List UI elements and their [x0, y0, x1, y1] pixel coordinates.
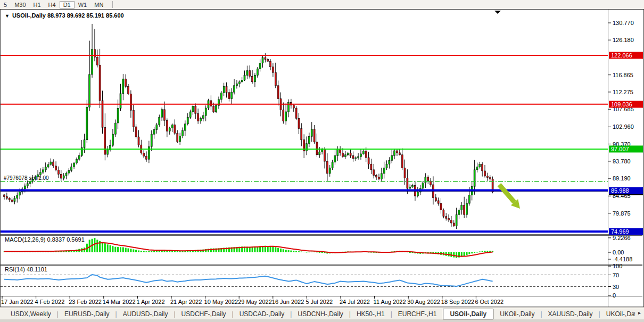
date-axis-label: 24 Jul 2022	[340, 299, 370, 305]
timeframe-button-w1[interactable]: W1	[75, 1, 91, 9]
date-axis-label: 21 Apr 2022	[170, 299, 202, 305]
date-axis-label: 16 Jun 2022	[272, 299, 304, 305]
tab-separator: |	[230, 310, 235, 318]
tab-usdchf-daily[interactable]: USDCHF-,Daily	[177, 310, 230, 318]
price-level-badge: 85.988	[609, 187, 643, 194]
price-axis-label: 130.770	[613, 20, 634, 26]
price-level-badge: 97.007	[609, 146, 643, 153]
tab-usdx-weekly[interactable]: USDX,Weekly	[6, 310, 55, 318]
date-axis-label: 29 May 2022	[238, 299, 272, 305]
tab-separator: |	[55, 310, 60, 318]
date-axis-label: 14 Mar 2022	[103, 299, 136, 305]
tab-usdcnh-daily[interactable]: USDCNH-,Daily	[293, 310, 347, 318]
date-axis-label: 4 Feb 2022	[35, 299, 65, 305]
timeframe-button-d1[interactable]: D1	[60, 1, 75, 9]
tab-hk50-h1[interactable]: HK50-,H1	[352, 310, 389, 318]
price-axis-label: 79.875	[613, 210, 631, 217]
macd-axis-label: -4.4188	[613, 256, 632, 262]
price-axis-label: 93.780	[613, 158, 631, 164]
date-axis-label: 18 Sep 2022	[441, 299, 474, 305]
date-axis-label: 30 Aug 2022	[407, 299, 440, 305]
date-axis-label: 10 May 2022	[204, 299, 238, 305]
timeframe-toolbar: 5M30H1H4D1W1MN	[0, 0, 644, 9]
date-axis-label: 6 Oct 2022	[475, 299, 503, 305]
timeframe-button-h1[interactable]: H1	[30, 1, 45, 9]
tab-ukoil-daily[interactable]: UKOil-,Daily	[496, 310, 539, 318]
tab-usoil-daily[interactable]: USOil-,Daily	[443, 309, 493, 319]
rsi-axis-label: 70	[613, 272, 619, 278]
tab-separator: |	[114, 310, 119, 318]
price-axis-label: 112.275	[613, 89, 633, 95]
tab-separator: |	[172, 310, 177, 318]
date-axis-label: 5 Jul 2022	[306, 299, 333, 305]
price-level-badge: 109.036	[609, 101, 643, 108]
tab-separator: |	[539, 310, 543, 318]
rsi-axis-label: 100	[613, 263, 622, 269]
date-axis-label: 23 Feb 2022	[69, 299, 102, 305]
price-axis-label: 116.865	[613, 72, 633, 78]
tab-separator: |	[288, 310, 293, 318]
chart-title-text: USOil-,Daily 88.973 89.692 85.191 85.600	[12, 12, 124, 19]
price-axis-label: 102.960	[613, 123, 634, 130]
tab-separator: |	[348, 310, 352, 318]
tab-eurchf-h1[interactable]: EURCHF-,H1	[394, 310, 441, 318]
rsi-axis-label: 0	[613, 292, 616, 299]
date-axis-label: 17 Jan 2022	[1, 299, 34, 305]
tab-scroll-left-icon[interactable]: ◂	[631, 310, 637, 316]
tab-separator: |	[389, 310, 394, 318]
open-position-label: #7976078 sell 1.00	[4, 175, 49, 181]
price-level-badge: 122.066	[609, 52, 643, 59]
tab-audusd-daily[interactable]: AUDUSD-,Daily	[119, 310, 172, 318]
tab-xauusd-daily[interactable]: XAUUSD-,Daily	[544, 310, 597, 318]
timeframe-button-mn[interactable]: MN	[90, 1, 107, 9]
symbol-collapse-icon[interactable]: ▼	[5, 13, 10, 19]
toolbar-separator	[112, 1, 113, 8]
timeframe-button-5[interactable]: 5	[0, 1, 11, 9]
macd-axis-label: 0.00	[613, 249, 624, 255]
rsi-indicator-label: RSI(14) 48.1101	[5, 266, 47, 273]
tab-separator: |	[597, 310, 602, 318]
date-axis-label: 1 Apr 2022	[136, 299, 164, 305]
rsi-axis-label: 30	[613, 284, 619, 290]
macd-indicator-label: MACD(12,26,9) 0.8337 0.5691	[5, 236, 85, 243]
tab-eurusd-daily[interactable]: EURUSD-,Daily	[60, 310, 114, 318]
tab-scroll-right-icon[interactable]: ▸	[637, 310, 642, 316]
macd-axis-label: 9.2266	[613, 235, 631, 241]
price-axis-label: 89.190	[613, 175, 631, 181]
timeframe-button-m30[interactable]: M30	[11, 1, 29, 9]
chart-title: ▼USOil-,Daily 88.973 89.692 85.191 85.60…	[5, 12, 124, 19]
timeframe-button-h4[interactable]: H4	[45, 1, 60, 9]
price-axis-label: 126.180	[613, 37, 634, 43]
chart-window	[0, 9, 644, 307]
tab-usdcad-daily[interactable]: USDCAD-,Daily	[235, 310, 289, 318]
symbol-tab-bar: USDX,Weekly|EURUSD-,Daily|AUDUSD-,Daily|…	[0, 308, 644, 319]
tab-scroll-controls: ◂▸	[631, 310, 642, 316]
price-level-badge: 74.969	[609, 228, 643, 235]
date-axis-label: 11 Aug 2022	[374, 299, 406, 305]
